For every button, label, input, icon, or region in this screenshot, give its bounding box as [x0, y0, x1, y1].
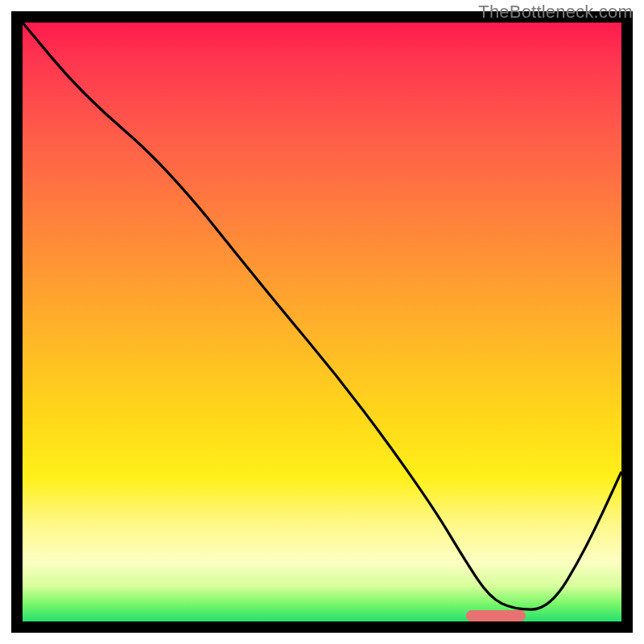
- plot-area: [23, 23, 621, 621]
- watermark-text: TheBottleneck.com: [478, 2, 633, 23]
- chart-frame: TheBottleneck.com: [0, 0, 644, 644]
- optimal-range-marker: [466, 610, 526, 621]
- bottleneck-curve: [23, 23, 621, 609]
- curve-layer: [23, 23, 621, 621]
